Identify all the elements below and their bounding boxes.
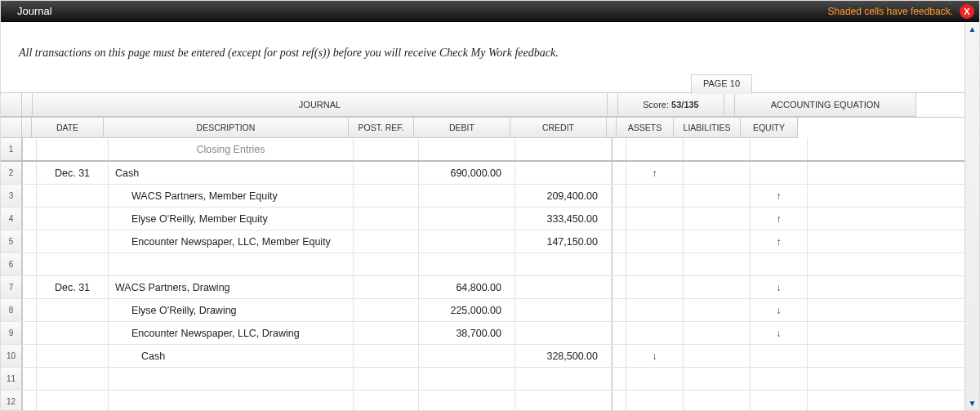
- cell-assets[interactable]: [626, 391, 684, 410]
- cell-equity[interactable]: [751, 368, 808, 390]
- cell-description[interactable]: WACS Partners, Member Equity: [109, 185, 354, 207]
- cell-description[interactable]: Cash: [109, 162, 354, 184]
- cell-debit[interactable]: [419, 368, 515, 390]
- cell-description[interactable]: WACS Partners, Drawing: [109, 276, 354, 298]
- cell-description[interactable]: Elyse O'Reilly, Drawing: [109, 299, 354, 321]
- cell-date[interactable]: [37, 208, 109, 230]
- cell-equity[interactable]: ↑: [751, 208, 808, 230]
- cell-assets[interactable]: ↓: [626, 345, 684, 367]
- cell-post-ref[interactable]: [354, 185, 419, 207]
- cell-debit[interactable]: [419, 345, 515, 367]
- cell-liabilities[interactable]: [684, 299, 751, 321]
- cell-assets[interactable]: [626, 368, 684, 390]
- cell-description[interactable]: [109, 253, 354, 275]
- cell-liabilities[interactable]: [684, 391, 751, 410]
- cell-equity[interactable]: ↓: [751, 276, 808, 298]
- cell-description[interactable]: Encounter Newspaper, LLC, Member Equity: [109, 230, 354, 252]
- cell-post-ref[interactable]: [354, 345, 419, 367]
- cell-post-ref[interactable]: [354, 391, 419, 410]
- cell-post-ref[interactable]: [354, 162, 419, 184]
- cell-assets[interactable]: [626, 138, 684, 160]
- cell-post-ref[interactable]: [354, 276, 419, 298]
- cell-debit[interactable]: 690,000.00: [419, 162, 515, 184]
- cell-date[interactable]: [37, 345, 109, 367]
- scrollbar-track[interactable]: [965, 36, 979, 396]
- cell-equity[interactable]: [751, 138, 808, 160]
- cell-credit[interactable]: [515, 276, 612, 298]
- cell-credit[interactable]: [515, 299, 612, 321]
- cell-debit[interactable]: 64,800.00: [419, 276, 515, 298]
- cell-date[interactable]: Dec. 31: [37, 276, 109, 298]
- cell-post-ref[interactable]: [354, 230, 419, 252]
- cell-equity[interactable]: [751, 162, 808, 184]
- cell-post-ref[interactable]: [354, 299, 419, 321]
- cell-post-ref[interactable]: [354, 208, 419, 230]
- cell-credit[interactable]: [515, 322, 612, 344]
- cell-date[interactable]: [37, 138, 109, 160]
- cell-equity[interactable]: [751, 253, 808, 275]
- cell-debit[interactable]: [419, 185, 515, 207]
- cell-credit[interactable]: [515, 138, 612, 160]
- cell-equity[interactable]: [751, 345, 808, 367]
- cell-description[interactable]: [109, 391, 354, 410]
- scroll-down-icon[interactable]: ▼: [965, 396, 979, 410]
- scroll-up-icon[interactable]: ▲: [965, 22, 979, 36]
- cell-description[interactable]: [109, 368, 354, 390]
- cell-credit[interactable]: [515, 391, 612, 410]
- cell-equity[interactable]: ↑: [751, 230, 808, 252]
- cell-credit[interactable]: [515, 162, 612, 184]
- cell-liabilities[interactable]: [684, 345, 751, 367]
- cell-date[interactable]: [37, 299, 109, 321]
- cell-liabilities[interactable]: [684, 322, 751, 344]
- cell-date[interactable]: [37, 253, 109, 275]
- cell-assets[interactable]: [626, 322, 684, 344]
- cell-equity[interactable]: ↓: [751, 299, 808, 321]
- cell-liabilities[interactable]: [684, 185, 751, 207]
- cell-assets[interactable]: [626, 230, 684, 252]
- cell-liabilities[interactable]: [684, 253, 751, 275]
- close-icon[interactable]: X: [960, 4, 974, 19]
- vertical-scrollbar[interactable]: ▲ ▼: [964, 22, 979, 410]
- cell-post-ref[interactable]: [354, 368, 419, 390]
- cell-debit[interactable]: [419, 138, 515, 160]
- cell-assets[interactable]: [626, 208, 684, 230]
- cell-assets[interactable]: ↑: [626, 162, 684, 184]
- cell-equity[interactable]: ↓: [751, 322, 808, 344]
- cell-liabilities[interactable]: [684, 276, 751, 298]
- cell-date[interactable]: [37, 368, 109, 390]
- cell-debit[interactable]: [419, 391, 515, 410]
- cell-credit[interactable]: [515, 368, 612, 390]
- cell-date[interactable]: [37, 322, 109, 344]
- cell-description[interactable]: Encounter Newspaper, LLC, Drawing: [109, 322, 354, 344]
- cell-debit[interactable]: [419, 253, 515, 275]
- cell-credit[interactable]: 209,400.00: [515, 185, 612, 207]
- cell-debit[interactable]: 38,700.00: [419, 322, 515, 344]
- cell-post-ref[interactable]: [354, 138, 419, 160]
- cell-date[interactable]: [37, 391, 109, 410]
- cell-assets[interactable]: [626, 185, 684, 207]
- section-title[interactable]: Closing Entries: [109, 138, 354, 160]
- cell-credit[interactable]: 147,150.00: [515, 230, 612, 252]
- cell-assets[interactable]: [626, 299, 684, 321]
- cell-equity[interactable]: [751, 391, 808, 410]
- cell-description[interactable]: Elyse O'Reilly, Member Equity: [109, 208, 354, 230]
- cell-post-ref[interactable]: [354, 322, 419, 344]
- cell-credit[interactable]: 333,450.00: [515, 208, 612, 230]
- cell-liabilities[interactable]: [684, 208, 751, 230]
- cell-liabilities[interactable]: [684, 368, 751, 390]
- cell-liabilities[interactable]: [684, 162, 751, 184]
- cell-post-ref[interactable]: [354, 253, 419, 275]
- cell-liabilities[interactable]: [684, 138, 751, 160]
- cell-assets[interactable]: [626, 276, 684, 298]
- cell-date[interactable]: [37, 185, 109, 207]
- cell-debit[interactable]: 225,000.00: [419, 299, 515, 321]
- cell-credit[interactable]: [515, 253, 612, 275]
- cell-assets[interactable]: [626, 253, 684, 275]
- cell-equity[interactable]: ↑: [751, 185, 808, 207]
- cell-description[interactable]: Cash: [109, 345, 354, 367]
- cell-credit[interactable]: 328,500.00: [515, 345, 612, 367]
- cell-debit[interactable]: [419, 230, 515, 252]
- cell-debit[interactable]: [419, 208, 515, 230]
- cell-date[interactable]: Dec. 31: [37, 162, 109, 184]
- cell-date[interactable]: [37, 230, 109, 252]
